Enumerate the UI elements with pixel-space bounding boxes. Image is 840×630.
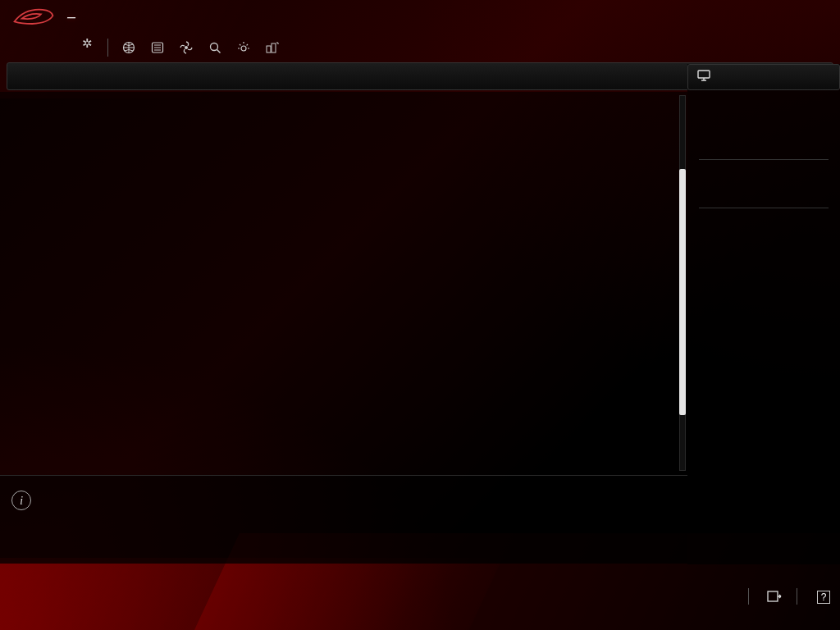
info-icon: i [11, 491, 31, 510]
clock-settings-icon[interactable]: ✲ [82, 36, 93, 51]
svg-point-3 [211, 43, 218, 51]
help-icon: ? [817, 591, 830, 604]
aura-button[interactable] [233, 41, 258, 54]
search-icon [208, 41, 221, 54]
globe-icon [122, 41, 135, 54]
svg-rect-8 [768, 591, 778, 601]
list-icon [151, 41, 164, 54]
scrollbar-thumb[interactable] [679, 169, 686, 415]
resize-bar-icon [266, 41, 279, 54]
footer-links: ? [733, 584, 830, 609]
hotkeys-button[interactable]: ? [812, 590, 830, 604]
app-title: – [67, 8, 76, 25]
hardware-monitor-panel [687, 64, 840, 564]
help-panel: i [0, 475, 687, 564]
hw-section-voltage [687, 208, 840, 225]
hardware-monitor-title [687, 64, 840, 90]
language-button[interactable] [118, 41, 144, 54]
svg-point-4 [241, 46, 246, 51]
monitor-icon [696, 68, 711, 86]
resizebar-button[interactable] [262, 41, 287, 54]
status-bar: ✲ [0, 33, 840, 62]
search-button[interactable] [204, 41, 230, 54]
settings-panel [0, 92, 687, 475]
qfan-button[interactable] [176, 41, 201, 54]
hw-section-cpu [687, 95, 840, 112]
ezmode-button[interactable] [764, 590, 782, 603]
aura-icon [237, 41, 250, 54]
svg-rect-5 [267, 46, 271, 52]
hw-section-memory [687, 160, 840, 176]
svg-rect-7 [698, 71, 710, 78]
svg-rect-6 [272, 43, 276, 52]
fan-icon [180, 41, 193, 54]
title-bar: – [0, 0, 840, 33]
svg-point-2 [185, 46, 188, 49]
myfavorite-button[interactable] [147, 41, 172, 54]
rog-logo-icon [11, 5, 56, 28]
